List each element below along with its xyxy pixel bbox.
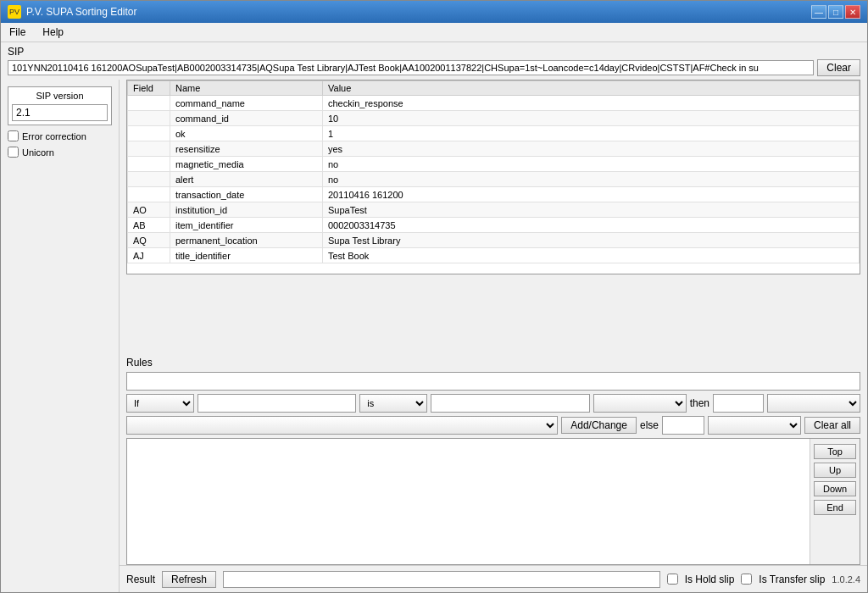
col-value: Value	[323, 81, 860, 96]
cell-name: transaction_date	[170, 187, 323, 202]
cell-field	[128, 96, 170, 111]
table-row: command_id10	[128, 111, 860, 126]
cell-field	[128, 111, 170, 126]
table-row: transaction_date20110416 161200	[128, 187, 860, 202]
menu-help[interactable]: Help	[37, 25, 69, 40]
result-input[interactable]	[223, 571, 660, 588]
sip-version-box: SIP version	[8, 86, 112, 125]
cell-value: 1	[323, 126, 860, 141]
condition-value-input[interactable]	[431, 394, 589, 413]
table-row: resensitizeyes	[128, 141, 860, 157]
cell-field: AB	[128, 218, 170, 233]
rules-list-area: Top Up Down End	[126, 438, 860, 565]
cell-name: institution_id	[170, 202, 323, 218]
cell-field	[128, 157, 170, 172]
is-hold-slip-label: Is Hold slip	[685, 574, 735, 585]
cell-name: magnetic_media	[170, 157, 323, 172]
unicorn-row: Unicorn	[8, 147, 112, 158]
if-select[interactable]: If	[126, 394, 194, 413]
right-panel: Field Name Value command_namecheckin_res…	[120, 80, 867, 592]
cell-name: ok	[170, 126, 323, 141]
then-select[interactable]	[767, 394, 860, 413]
table-row: AQpermanent_locationSupa Test Library	[128, 233, 860, 248]
down-button[interactable]: Down	[814, 481, 856, 496]
rules-list-buttons: Top Up Down End	[810, 439, 860, 564]
sip-data-table: Field Name Value command_namecheckin_res…	[127, 80, 860, 263]
cell-value: 10	[323, 111, 860, 126]
cell-name: item_identifier	[170, 218, 323, 233]
is-transfer-slip-checkbox[interactable]	[741, 574, 752, 585]
cell-field: AQ	[128, 233, 170, 248]
cell-name: title_identifier	[170, 248, 323, 263]
else-label: else	[640, 419, 659, 431]
value-select[interactable]	[593, 394, 687, 413]
sip-input-row: 101YNN20110416 161200AOSupaTest|AB000200…	[8, 59, 860, 76]
menu-bar: File Help	[1, 23, 867, 42]
rules-list-main	[127, 439, 810, 564]
cell-name: command_id	[170, 111, 323, 126]
refresh-button[interactable]: Refresh	[162, 571, 216, 588]
title-bar-left: PV P.V. SUPA Sorting Editor	[8, 5, 137, 19]
sip-version-label: SIP version	[12, 91, 108, 101]
then-label: then	[690, 397, 709, 409]
window-title: P.V. SUPA Sorting Editor	[26, 6, 137, 18]
table-row: AJtitle_identifierTest Book	[128, 248, 860, 263]
top-button[interactable]: Top	[814, 444, 856, 459]
sip-value-display: 101YNN20110416 161200AOSupaTest|AB000200…	[8, 60, 814, 75]
cell-field: AO	[128, 202, 170, 218]
is-select[interactable]: is	[359, 394, 427, 413]
table-row: command_namecheckin_response	[128, 96, 860, 111]
main-window: PV P.V. SUPA Sorting Editor — □ ✕ File H…	[0, 0, 868, 593]
unicorn-label: Unicorn	[22, 147, 54, 158]
unicorn-checkbox[interactable]	[8, 147, 19, 158]
cell-field	[128, 141, 170, 157]
condition-text-input[interactable]	[198, 394, 356, 413]
result-section: Result Refresh Is Hold slip Is Transfer …	[120, 565, 867, 592]
cell-field	[128, 187, 170, 202]
rules-row-2: Add/Change else Clear all	[126, 416, 860, 435]
table-row: ok1	[128, 126, 860, 141]
cell-field: AJ	[128, 248, 170, 263]
table-row: magnetic_mediano	[128, 157, 860, 172]
table-row: AOinstitution_idSupaTest	[128, 202, 860, 218]
result-label: Result	[126, 574, 155, 585]
add-change-button[interactable]: Add/Change	[561, 417, 637, 434]
cell-value: 0002003314735	[323, 218, 860, 233]
cell-value: Supa Test Library	[323, 233, 860, 248]
rules-label: Rules	[126, 357, 860, 369]
rules-condition-full-input[interactable]	[126, 372, 860, 391]
maximize-button[interactable]: □	[828, 5, 843, 19]
else-long-select[interactable]	[126, 416, 558, 435]
up-button[interactable]: Up	[814, 463, 856, 478]
error-correction-checkbox[interactable]	[8, 130, 19, 141]
then-text-input[interactable]	[713, 394, 764, 413]
cell-value: Test Book	[323, 248, 860, 263]
table-row: ABitem_identifier0002003314735	[128, 218, 860, 233]
menu-file[interactable]: File	[4, 25, 31, 40]
cell-field	[128, 126, 170, 141]
cell-name: permanent_location	[170, 233, 323, 248]
sip-clear-button[interactable]: Clear	[817, 59, 860, 76]
title-bar: PV P.V. SUPA Sorting Editor — □ ✕	[1, 1, 867, 23]
sip-version-input[interactable]	[12, 104, 108, 121]
cell-value: 20110416 161200	[323, 187, 860, 202]
clear-all-button[interactable]: Clear all	[804, 417, 860, 434]
app-icon: PV	[8, 5, 21, 19]
else-text-input[interactable]	[662, 416, 704, 435]
cell-name: alert	[170, 172, 323, 187]
else-select[interactable]	[708, 416, 801, 435]
is-hold-slip-checkbox[interactable]	[667, 574, 678, 585]
content-area: SIP version Error correction Unicorn	[1, 80, 867, 592]
close-button[interactable]: ✕	[845, 5, 860, 19]
is-transfer-slip-label: Is Transfer slip	[759, 574, 825, 585]
cell-value: no	[323, 172, 860, 187]
table-section: Field Name Value command_namecheckin_res…	[120, 80, 867, 353]
end-button[interactable]: End	[814, 500, 856, 515]
cell-name: command_name	[170, 96, 323, 111]
table-container: Field Name Value command_namecheckin_res…	[126, 80, 860, 274]
left-panel: SIP version Error correction Unicorn	[1, 80, 120, 592]
rules-section: Rules If is then	[120, 353, 867, 438]
minimize-button[interactable]: —	[811, 5, 826, 19]
col-name: Name	[170, 81, 323, 96]
version-label: 1.0.2.4	[832, 574, 860, 585]
